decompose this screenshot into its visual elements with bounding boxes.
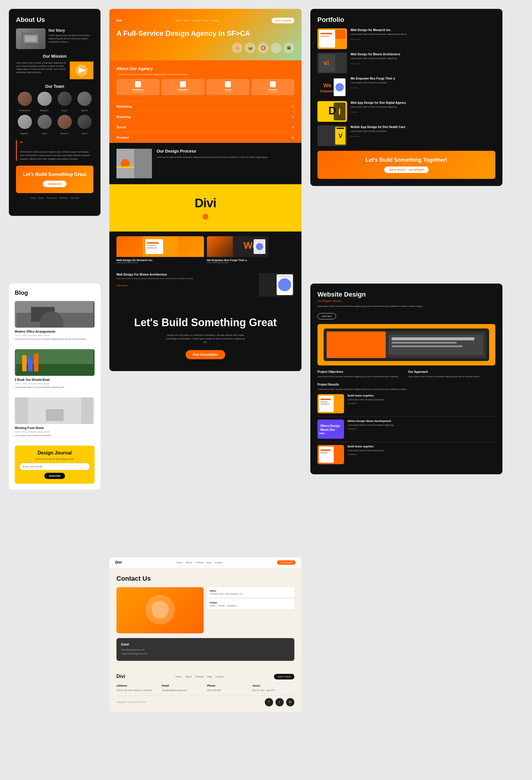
footer-link[interactable]: Blog [207, 675, 212, 678]
accordion-arrow-icon: ∨ [292, 135, 295, 140]
portfolio-item-desc: Lorem ipsum dolor sit amet consectetur a… [351, 106, 406, 108]
bloom-heading: Web Design For Bloom Architecture [116, 273, 254, 276]
design-journal-heading: Design Journal [19, 450, 90, 456]
avatar [38, 92, 52, 106]
avatar [38, 115, 52, 129]
instagram-icon[interactable]: in [286, 698, 295, 706]
service-card-branding: Branding Lorem ipsum [161, 79, 205, 95]
additional-project-text: Where Design Meets Development Lorem ips… [348, 420, 394, 430]
footer-logo: Divi [116, 674, 125, 679]
portfolio-item-title: Mobile App Design for Divi Health Care [351, 126, 405, 129]
svg-text:V: V [338, 133, 342, 139]
additional-project-link[interactable]: Link here → [348, 453, 384, 455]
accordion-label: Social [116, 126, 126, 129]
bloom-left: Web Design For Bloom Architecture Lorem … [116, 273, 254, 297]
blog-post-excerpt: Lorem ipsum dolor sit amet consectetur. [15, 434, 95, 437]
nav-blog[interactable]: Blog [203, 19, 208, 22]
about-cta-button[interactable]: Contact Us [43, 181, 66, 187]
contact-nav-cta[interactable]: Let's Connect [277, 560, 296, 565]
footer-bottom: Copyright © 2024 by Divi Blocks f t in [116, 695, 295, 706]
portfolio-thumbnail [317, 29, 347, 49]
footer-link[interactable]: Contact [215, 675, 224, 678]
footer-col-heading: Address [116, 684, 158, 687]
nav-blog[interactable]: Blog [207, 561, 211, 564]
contact-heading: Contact Us [116, 575, 295, 583]
design-journal-email-input[interactable] [19, 463, 90, 470]
svg-rect-11 [146, 239, 163, 254]
portfolio-thumbnail: vi [317, 53, 347, 73]
footer-link[interactable]: Home [175, 675, 182, 678]
team-member: Angela C. [16, 115, 34, 135]
service-icon-social [225, 81, 231, 87]
contact-follow-value: Twitter · LinkedIn · Instagram [210, 605, 292, 607]
service-label: Marketing [119, 88, 157, 91]
design-process-section: Our Design Process Lorem ipsum dolor sit… [109, 143, 302, 184]
accordion-item-social[interactable]: Social ∨ [109, 122, 302, 133]
portfolio-item-text: Mobile App Design for Divi Health Care L… [351, 126, 405, 138]
contact-email-item: support@diviagency.com [121, 652, 289, 655]
about-cta-banner: Let's Build Something Great Contact Us [16, 165, 93, 193]
facebook-icon[interactable]: f [265, 698, 273, 706]
nav-portfolio[interactable]: Portfolio [195, 561, 203, 564]
team-grid: Cameron W. Bessie C. Guy H. [16, 92, 93, 135]
svg-rect-27 [335, 30, 345, 39]
accordion-item-product[interactable]: Product ∨ [109, 133, 302, 143]
accordion-item-branding[interactable]: Branding ∨ [109, 112, 302, 122]
story-heading: Our Story [49, 29, 93, 33]
svg-text:Empower: Empower [320, 90, 334, 93]
accordion-arrow-icon: ∨ [292, 104, 295, 108]
nav-contact[interactable]: Contact [210, 19, 219, 22]
website-design-link-button[interactable]: Link here [317, 313, 336, 319]
nav-home[interactable]: Home [176, 561, 183, 564]
nav-home[interactable]: Home [175, 19, 181, 22]
contact-follow-row: Follow Twitter · LinkedIn · Instagram [207, 599, 295, 609]
nav-portfolio[interactable]: Portfolio [193, 19, 201, 22]
portfolio-cta-button[interactable]: Get in touch — see all work [384, 166, 429, 173]
footer-link[interactable]: About [185, 675, 192, 678]
hero-icon-brain: 🧠 [232, 43, 243, 53]
contact-office-label: Office [210, 590, 292, 592]
footer-col-address: Address 123 SF Ave, San Francisco, CA 94… [116, 684, 158, 692]
project-results: Project Results Lorem ipsum dolor sit am… [317, 383, 495, 391]
hero-cta-button[interactable]: Let's Connect [272, 18, 295, 23]
quote-mark-icon: " [20, 140, 93, 148]
svg-text:Where Design: Where Design [320, 424, 340, 428]
portfolio-preview-text: We Empower Bus Forge Their a Lorem ipsum… [207, 257, 295, 265]
twitter-icon[interactable]: t [275, 698, 284, 706]
service-label: Social [209, 88, 247, 91]
team-heading: Our Team [16, 84, 93, 89]
story-image-inner [16, 29, 46, 49]
bloom-right-image [259, 273, 295, 297]
blog-posts: Modern Office Arrangements June 1, 2024 … [15, 301, 95, 441]
nav-about[interactable]: About [184, 19, 190, 22]
team-member: Guy H. [56, 92, 73, 112]
footer-link[interactable]: Portfolio [195, 675, 204, 678]
svg-rect-43 [337, 128, 344, 129]
bloom-link[interactable]: View project → [116, 284, 130, 287]
team-member-name: Guy H. [61, 109, 68, 111]
about-title: About Us [16, 16, 93, 23]
nav-about[interactable]: About [185, 561, 192, 564]
additional-project-item: Build faster together. Lorem ipsum dolor… [317, 445, 495, 467]
svg-rect-13 [147, 245, 156, 246]
project-results-text: Lorem ipsum dolor sit amet consectetur a… [317, 388, 495, 391]
design-journal-subscribe-button[interactable]: Subscribe [44, 473, 65, 479]
svg-rect-79 [320, 449, 331, 451]
svg-rect-80 [320, 452, 328, 453]
hero-nav: Divi Home About Portfolio Blog Contact L… [116, 18, 295, 23]
website-design-card: Website Design For Elegant Themes Lorem … [310, 284, 502, 474]
svg-rect-67 [391, 345, 463, 347]
lets-build-button[interactable]: Free Consultation [185, 350, 225, 359]
svg-rect-22 [278, 276, 291, 277]
svg-text:We: We [323, 83, 331, 88]
portfolio-items: Web Design for Monarch Inc. Lorem ipsum … [317, 29, 495, 146]
blog-post: Working From Home June 5, 2024 | Empower… [15, 397, 95, 441]
nav-contact[interactable]: Contact [214, 561, 222, 564]
footer-cta-button[interactable]: Get in Touch [274, 674, 295, 679]
additional-project-desc: Lorem ipsum dolor sit amet consectetur. [348, 398, 384, 401]
portfolio-preview-image: We [207, 236, 295, 257]
svg-rect-56 [46, 409, 63, 421]
additional-project-link[interactable]: Link here → [348, 428, 394, 430]
accordion-item-marketing[interactable]: Marketing ∨ [109, 101, 302, 112]
additional-project-link[interactable]: Link here → [348, 402, 384, 404]
